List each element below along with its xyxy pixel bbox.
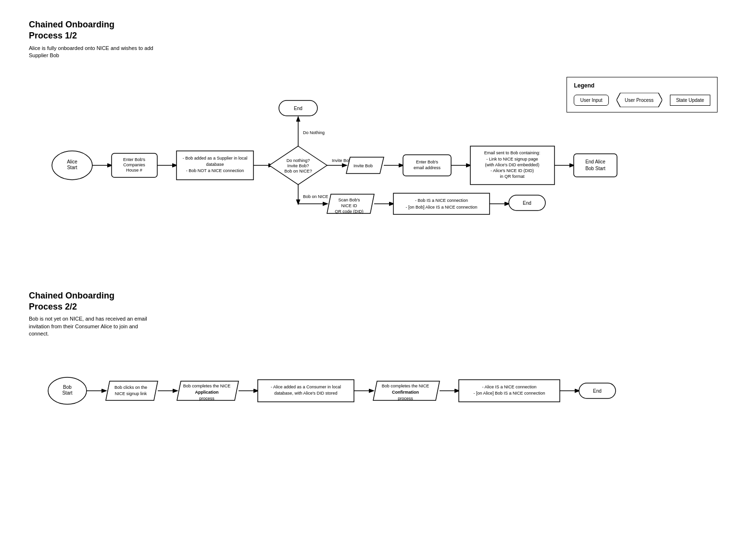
- diagram2-svg: Bob Start Bob clicks on the NICE signup …: [29, 352, 702, 429]
- svg-text:Bob: Bob: [63, 385, 72, 390]
- svg-text:- Alice's NICE ID (DID): - Alice's NICE ID (DID): [491, 168, 534, 173]
- svg-text:QR code (DID): QR code (DID): [335, 209, 364, 214]
- svg-text:Application: Application: [195, 390, 219, 395]
- svg-text:Start: Start: [67, 165, 77, 170]
- legend-user-process-wrap: User Process: [617, 93, 662, 107]
- svg-text:Bob completes the NICE: Bob completes the NICE: [382, 384, 429, 388]
- svg-text:NICE signup link: NICE signup link: [115, 391, 147, 396]
- svg-text:User Process: User Process: [625, 98, 654, 103]
- svg-text:End: End: [294, 106, 302, 111]
- svg-text:Enter Bob's: Enter Bob's: [123, 157, 146, 162]
- svg-rect-51: [393, 193, 490, 214]
- svg-text:process: process: [199, 396, 214, 401]
- section1-title: Chained OnboardingProcess 1/2: [29, 19, 727, 42]
- svg-text:- Bob NOT a NICE connection: - Bob NOT a NICE connection: [186, 168, 244, 173]
- svg-text:End: End: [523, 200, 531, 206]
- svg-text:Companies: Companies: [123, 162, 145, 167]
- legend-state-update: State Update: [670, 95, 710, 106]
- svg-text:Scan Bob's: Scan Bob's: [338, 198, 360, 202]
- svg-text:Bob on NICE?: Bob on NICE?: [284, 169, 312, 174]
- svg-text:End Alice: End Alice: [585, 159, 605, 164]
- legend-title: Legend: [574, 82, 710, 89]
- legend-items: User Input User Process State Update: [574, 93, 710, 107]
- svg-text:Invite Bob?: Invite Bob?: [287, 163, 309, 168]
- svg-text:process: process: [398, 396, 413, 401]
- svg-text:(with Alice's DID embedded): (with Alice's DID embedded): [485, 162, 540, 167]
- section1-desc: Alice is fully onboarded onto NICE and w…: [29, 45, 154, 60]
- svg-text:- Alice added as a Consumer in: - Alice added as a Consumer in local: [271, 385, 341, 389]
- svg-text:- Bob IS a NICE connection: - Bob IS a NICE connection: [415, 198, 468, 203]
- legend: Legend User Input User Process State Upd…: [567, 77, 718, 112]
- svg-text:Do Nothing: Do Nothing: [303, 130, 325, 135]
- svg-text:Do nothing?: Do nothing?: [287, 158, 310, 163]
- svg-text:NICE ID: NICE ID: [341, 203, 357, 208]
- svg-text:House #: House #: [126, 168, 142, 173]
- page: { "diagram1": { "title": "Chained Onboar…: [0, 0, 756, 448]
- svg-text:Invite Bob: Invite Bob: [332, 158, 351, 163]
- svg-text:Start: Start: [62, 390, 72, 396]
- svg-text:database, with Alice's DID sto: database, with Alice's DID stored: [274, 391, 337, 396]
- svg-text:Enter Bob's: Enter Bob's: [416, 160, 439, 164]
- svg-text:email address: email address: [414, 165, 441, 170]
- section2-title: Chained OnboardingProcess 2/2: [29, 290, 727, 313]
- section1: Chained OnboardingProcess 1/2 Alice is f…: [29, 19, 727, 60]
- svg-text:in QR format: in QR format: [500, 174, 525, 179]
- svg-text:Confirmation: Confirmation: [392, 390, 419, 395]
- svg-text:End: End: [593, 388, 602, 394]
- svg-text:- Link to NICE signup page: - Link to NICE signup page: [486, 157, 538, 161]
- svg-text:- Bob added as a Supplier in l: - Bob added as a Supplier in local: [183, 156, 248, 161]
- svg-text:Email sent to Bob containing:: Email sent to Bob containing:: [484, 150, 541, 155]
- svg-text:Bob Start: Bob Start: [585, 166, 605, 171]
- svg-text:Bob completes the NICE: Bob completes the NICE: [183, 384, 231, 388]
- legend-user-input: User Input: [574, 95, 608, 106]
- svg-rect-40: [574, 154, 617, 177]
- svg-marker-61: [106, 381, 158, 400]
- svg-text:Invite Bob: Invite Bob: [353, 163, 373, 168]
- section2: Chained OnboardingProcess 2/2 Bob is not…: [29, 290, 727, 338]
- svg-text:Bob clicks on the: Bob clicks on the: [114, 385, 147, 390]
- section2-desc: Bob is not yet on NICE, and has received…: [29, 315, 154, 337]
- legend-user-process-svg: User Process: [617, 93, 662, 107]
- svg-text:Alice: Alice: [67, 159, 77, 164]
- svg-text:- [on Bob] Alice IS a NICE con: - [on Bob] Alice IS a NICE connection: [405, 205, 477, 210]
- svg-text:Bob on NICE: Bob on NICE: [303, 194, 328, 199]
- svg-text:- [on Alice] Bob IS a NICE con: - [on Alice] Bob IS a NICE connection: [473, 391, 545, 396]
- svg-text:- Alice IS a NICE connection: - Alice IS a NICE connection: [482, 385, 536, 389]
- svg-text:database: database: [206, 162, 224, 167]
